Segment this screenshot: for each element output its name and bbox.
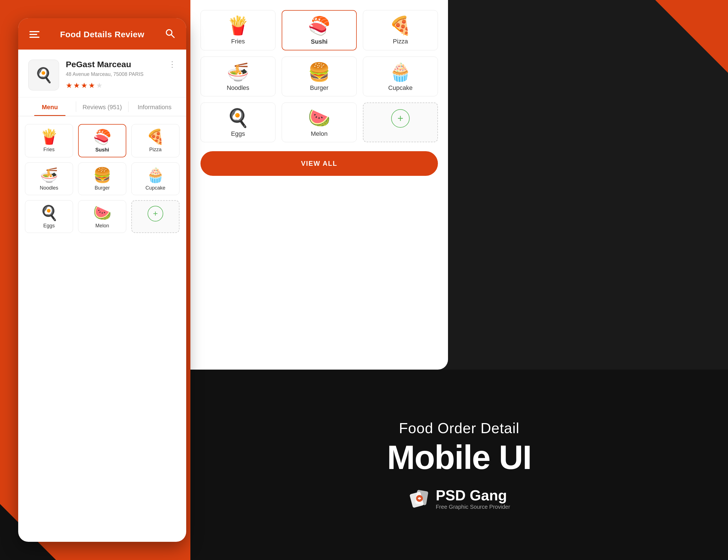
restaurant-info: 🍳 PeGast Marceau 48 Avenue Marceau, 7500…	[18, 50, 186, 97]
cupcake-emoji: 🧁	[146, 168, 165, 182]
right-food-item-fries[interactable]: 🍟 Fries	[200, 10, 276, 50]
right-sushi-emoji: 🍣	[308, 17, 330, 35]
promo-title-small: Food Order Detail	[399, 420, 519, 437]
right-food-item-noodles[interactable]: 🍜 Noodles	[200, 57, 276, 96]
star-5: ★	[96, 81, 102, 90]
restaurant-details: PeGast Marceau 48 Avenue Marceau, 75008 …	[66, 60, 158, 90]
right-burger-emoji: 🍔	[308, 63, 330, 81]
tab-bar: Menu Reviews (951) Informations	[18, 97, 186, 116]
right-pizza-label: Pizza	[393, 38, 408, 45]
star-2: ★	[73, 81, 80, 90]
plus-icon: +	[153, 209, 158, 218]
view-all-button[interactable]: VIEW ALL	[200, 151, 438, 176]
fries-label: Fries	[43, 147, 55, 153]
pizza-emoji: 🍕	[146, 129, 165, 144]
tab-informations[interactable]: Informations	[129, 97, 181, 116]
add-circle-icon: +	[148, 206, 163, 221]
food-item-pizza[interactable]: 🍕 Pizza	[131, 124, 179, 157]
right-fries-emoji: 🍟	[227, 17, 249, 34]
right-food-item-sushi[interactable]: 🍣 Sushi	[282, 10, 357, 50]
right-cupcake-label: Cupcake	[388, 84, 413, 92]
right-cupcake-emoji: 🧁	[389, 63, 412, 81]
search-icon[interactable]	[165, 28, 175, 41]
restaurant-name: PeGast Marceau	[66, 60, 158, 69]
right-plus-icon: +	[397, 113, 403, 123]
pizza-label: Pizza	[149, 147, 162, 153]
phone-right: 🍟 Fries 🍣 Sushi 🍕 Pizza 🍜 Noodles 🍔 Burg…	[190, 0, 448, 370]
noodles-emoji: 🍜	[40, 168, 58, 182]
noodles-label: Noodles	[40, 185, 58, 191]
restaurant-address: 48 Avenue Marceau, 75008 PARIS	[66, 71, 158, 77]
fries-emoji: 🍟	[40, 129, 58, 144]
sushi-emoji: 🍣	[93, 130, 111, 144]
right-melon-label: Melon	[311, 130, 328, 137]
melon-emoji: 🍉	[93, 206, 111, 220]
right-food-item-pizza[interactable]: 🍕 Pizza	[363, 10, 438, 50]
promo-title-large: Mobile UI	[387, 439, 531, 476]
sushi-label: Sushi	[95, 147, 109, 153]
star-3: ★	[81, 81, 87, 90]
tab-reviews[interactable]: Reviews (951)	[76, 97, 128, 116]
melon-label: Melon	[95, 223, 109, 229]
right-fries-label: Fries	[231, 38, 245, 45]
phone-header: Food Details Review	[18, 18, 186, 50]
burger-emoji: 🍔	[93, 168, 111, 182]
right-eggs-emoji: 🍳	[227, 109, 249, 127]
right-panel: 🍟 Fries 🍣 Sushi 🍕 Pizza 🍜 Noodles 🍔 Burg…	[190, 0, 728, 560]
food-grid-left: 🍟 Fries 🍣 Sushi 🍕 Pizza 🍜 Noodles 🍔 Burg…	[18, 116, 186, 241]
brand-logo: PSD Gang Free Graphic Source Provider	[408, 487, 510, 510]
star-1: ★	[66, 81, 72, 90]
eggs-label: Eggs	[43, 223, 55, 229]
brand-text: PSD Gang Free Graphic Source Provider	[436, 487, 510, 510]
food-item-cupcake[interactable]: 🧁 Cupcake	[131, 162, 179, 195]
eggs-emoji: 🍳	[40, 206, 58, 220]
star-4: ★	[88, 81, 95, 90]
right-sushi-label: Sushi	[311, 38, 328, 45]
right-melon-emoji: 🍉	[308, 109, 330, 127]
right-noodles-label: Noodles	[227, 84, 249, 92]
food-item-melon[interactable]: 🍉 Melon	[78, 200, 126, 233]
right-burger-label: Burger	[310, 84, 328, 92]
food-item-add[interactable]: +	[131, 200, 179, 233]
app-title: Food Details Review	[60, 30, 144, 39]
brand-tagline: Free Graphic Source Provider	[436, 504, 510, 510]
right-pizza-emoji: 🍕	[389, 17, 412, 34]
right-noodles-emoji: 🍜	[227, 63, 249, 81]
food-item-eggs[interactable]: 🍳 Eggs	[25, 200, 73, 233]
promo-section: Food Order Detail Mobile UI PSD Gang Fre…	[190, 370, 728, 560]
right-food-item-cupcake[interactable]: 🧁 Cupcake	[363, 57, 438, 96]
right-food-item-melon[interactable]: 🍉 Melon	[282, 102, 357, 142]
food-item-sushi[interactable]: 🍣 Sushi	[78, 124, 126, 157]
brand-icon-svg	[408, 487, 431, 510]
food-item-noodles[interactable]: 🍜 Noodles	[25, 162, 73, 195]
hamburger-menu-icon[interactable]	[29, 31, 39, 38]
more-options-icon[interactable]: ⋮	[165, 60, 176, 69]
right-add-circle-icon: +	[391, 109, 410, 128]
food-item-burger[interactable]: 🍔 Burger	[78, 162, 126, 195]
food-item-fries[interactable]: 🍟 Fries	[25, 124, 73, 157]
brand-name: PSD Gang	[436, 487, 510, 504]
food-grid-right: 🍟 Fries 🍣 Sushi 🍕 Pizza 🍜 Noodles 🍔 Burg…	[190, 0, 448, 142]
right-food-item-eggs[interactable]: 🍳 Eggs	[200, 102, 276, 142]
burger-label: Burger	[95, 185, 110, 191]
right-food-item-burger[interactable]: 🍔 Burger	[282, 57, 357, 96]
phone-left: Food Details Review 🍳 PeGast Marceau 48 …	[18, 18, 186, 542]
svg-line-1	[171, 35, 174, 38]
right-food-item-add[interactable]: +	[363, 102, 438, 142]
restaurant-logo: 🍳	[28, 60, 59, 90]
rating-stars: ★ ★ ★ ★ ★	[66, 81, 158, 90]
tab-menu[interactable]: Menu	[24, 97, 76, 116]
cupcake-label: Cupcake	[145, 185, 165, 191]
right-eggs-label: Eggs	[231, 130, 245, 137]
